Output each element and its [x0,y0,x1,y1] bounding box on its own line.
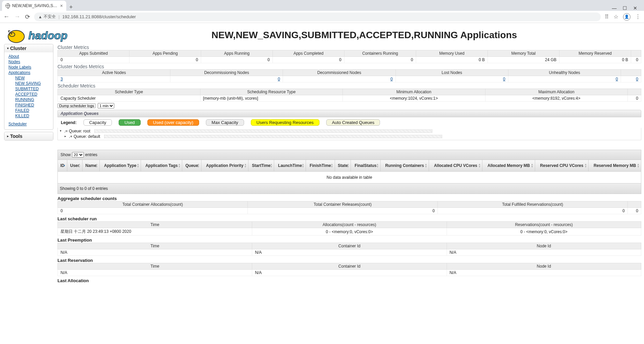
decomm-nodes-link[interactable]: 0 [278,77,280,81]
legend-max: Max Capacity [206,119,244,126]
col-apptags[interactable]: Application Tags▲▼ [141,160,182,172]
tree-toggle-icon[interactable] [65,135,68,138]
agg-counts-table: Total Container Allocations(count)Total … [57,201,641,214]
url-text: 192.168.11.21:8088/cluster/scheduler [62,14,136,19]
sidebar-link-scheduler[interactable]: Scheduler [8,121,50,127]
sidebar-link-applications[interactable]: Applications [8,70,50,75]
active-nodes-link[interactable]: 3 [61,77,63,81]
not-secure-icon: ▲ 不安全 [38,14,56,20]
sidebar-header-cluster[interactable]: ▾Cluster [4,44,53,52]
section-last-allocation: Last Allocation [57,278,641,283]
legend-users: Users Requesting Resources [251,119,319,126]
sidebar-link-accepted[interactable]: ACCEPTED [15,92,50,97]
empty-row: No data available in table [58,172,641,183]
sidebar-link-submitted[interactable]: SUBMITTED [15,86,50,92]
col-name[interactable]: Name▲▼ [82,160,99,172]
address-bar[interactable]: ▲ 不安全 | 192.168.11.21:8088/cluster/sched… [34,13,601,21]
browser-tab[interactable]: NEW,NEW_SAVING,SUBMITTE × [2,1,66,11]
tree-item-root[interactable]: .= Queue: root [58,128,641,134]
page-size-select[interactable]: 20 [72,152,84,157]
sidebar-link-nodelabels[interactable]: Node Labels [8,65,50,70]
unhealthy-nodes-link[interactable]: 0 [616,77,618,81]
sidebar-link-failed[interactable]: FAILED [15,108,50,113]
datatable-length: Show 20 entries [57,150,641,159]
svg-text:hadoop: hadoop [28,29,68,42]
tree-toggle-icon[interactable] [60,130,63,133]
datatable-info: Showing 0 to 0 of 0 entries [57,183,641,194]
close-tab-icon[interactable]: × [60,3,63,8]
dump-logs-button[interactable]: Dump scheduler logs [57,103,96,108]
menu-icon[interactable]: ⋮ [635,14,641,20]
cluster-metrics-table: Apps SubmittedApps PendingApps RunningAp… [57,50,641,63]
col-apptype[interactable]: Application Type▲▼ [99,160,141,172]
minimize-icon[interactable]: — [612,5,617,11]
col-launchtime[interactable]: LaunchTime▲▼ [274,160,306,172]
section-agg-counts: Aggregate scheduler counts [57,196,641,201]
svg-point-2 [11,33,12,34]
reload-icon[interactable]: ⟳ [25,13,30,21]
section-sched-metrics: Scheduler Metrics [57,83,641,89]
sidebar: ▾Cluster About Nodes Node Labels Applica… [4,44,53,143]
legend-auto: Auto Created Queues [326,119,380,126]
col-state[interactable]: State▲▼ [335,160,351,172]
legend-capacity: Capacity [84,119,112,126]
col-finalstatus[interactable]: FinalStatus▲▼ [351,160,380,172]
sched-metrics-table: Scheduler TypeScheduling Resource TypeMi… [57,89,641,102]
tab-title: NEW,NEW_SAVING,SUBMITTE [12,3,58,8]
nodes-metrics-table: Active NodesDecommissioning NodesDecommi… [57,69,641,82]
sidebar-link-killed[interactable]: KILLED [15,113,50,119]
globe-icon [5,3,10,8]
sidebar-link-finished[interactable]: FINISHED [15,102,50,108]
page-title: NEW,NEW_SAVING,SUBMITTED,ACCEPTED,RUNNIN… [90,30,639,41]
maximize-icon[interactable]: ☐ [623,5,627,11]
section-cluster-metrics: Cluster Metrics [57,45,641,50]
col-resvmem[interactable]: Reserved Memory MB▲▼ [589,160,641,172]
lost-nodes-link[interactable]: 0 [503,77,505,81]
applications-table: ID▼ User▲▼ Name▲▼ Application Type▲▼ App… [57,159,641,183]
col-priority[interactable]: Application Priority▲▼ [201,160,248,172]
profile-icon[interactable] [623,13,630,21]
queues-header: Application Queues [57,110,641,117]
legend-over: Used (over capacity) [147,119,199,126]
col-id[interactable]: ID▼ [58,160,67,172]
col-user[interactable]: User▲▼ [67,160,82,172]
col-runcont[interactable]: Running Containers▲▼ [380,160,429,172]
main-content: Cluster Metrics Apps SubmittedApps Pendi… [57,44,644,283]
section-last-preemption: Last Preemption [57,238,641,243]
sidebar-link-new[interactable]: NEW [15,75,50,81]
queue-legend: Legend: Capacity Used Used (over capacit… [57,117,641,128]
col-allocmem[interactable]: Allocated Memory MB▲▼ [482,160,535,172]
sidebar-link-newsaving[interactable]: NEW SAVING [15,81,50,86]
new-tab-button[interactable]: + [66,4,76,11]
hadoop-logo: hadoop [4,26,87,44]
tree-item-default[interactable]: .+ Queue: default [58,134,641,139]
queue-tree: .= Queue: root .+ Queue: default [57,128,641,140]
last-preemption-table: TimeContainer IdNode Id N/AN/AN/A [57,243,641,256]
decommed-nodes-link[interactable]: 0 [390,77,393,81]
svg-point-1 [9,32,15,36]
close-window-icon[interactable]: ✕ [633,5,637,11]
translate-icon[interactable]: ⠿ [605,14,609,20]
section-last-reservation: Last Reservation [57,258,641,263]
browser-chrome: NEW,NEW_SAVING,SUBMITTE × + — ☐ ✕ ← → ⟳ … [0,0,644,23]
bookmark-icon[interactable]: ☆ [614,14,618,20]
sidebar-link-about[interactable]: About [8,54,50,59]
col-alloccpu[interactable]: Allocated CPU VCores▲▼ [429,160,482,172]
last-reservation-table: TimeContainer IdNode Id N/AN/AN/A [57,263,641,276]
col-finishtime[interactable]: FinishTime▲▼ [306,160,335,172]
last-run-table: TimeAllocations(count - resources)Reserv… [57,221,641,236]
col-resvcpu[interactable]: Reserved CPU VCores▲▼ [535,160,588,172]
section-nodes-metrics: Cluster Nodes Metrics [57,64,641,69]
sidebar-link-nodes[interactable]: Nodes [8,59,50,65]
legend-used: Used [119,119,140,126]
dump-period-select[interactable]: 1 min [98,103,114,108]
back-icon[interactable]: ← [3,13,9,20]
section-last-run: Last scheduler run [57,216,641,221]
sidebar-link-running[interactable]: RUNNING [15,97,50,102]
col-starttime[interactable]: StartTime▲▼ [248,160,274,172]
sidebar-header-tools[interactable]: ▸Tools [4,132,53,140]
forward-icon[interactable]: → [14,13,20,20]
svg-point-0 [8,30,24,43]
col-queue[interactable]: Queue▲▼ [182,160,201,172]
